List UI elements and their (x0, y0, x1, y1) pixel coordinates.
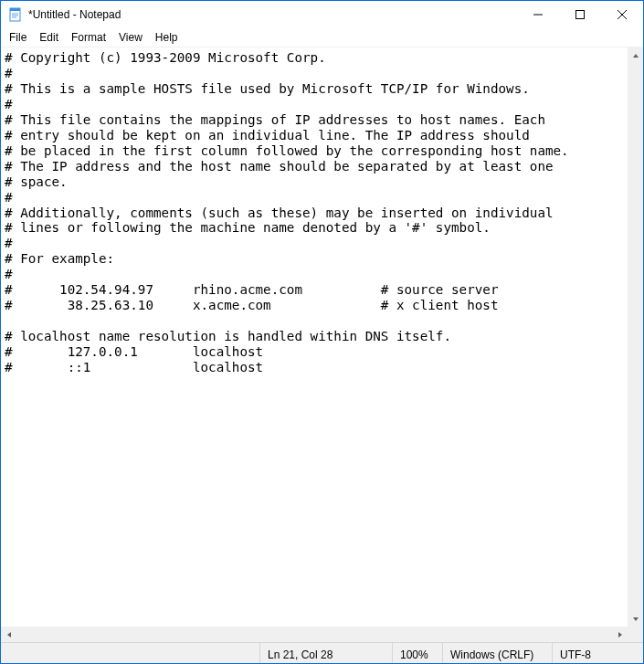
svg-rect-1 (10, 8, 20, 11)
scroll-right-button[interactable] (612, 627, 628, 642)
text-editor[interactable]: # Copyright (c) 1993-2009 Microsoft Corp… (1, 47, 628, 627)
menubar: File Edit Format View Help (1, 28, 643, 47)
vertical-scrollbar[interactable] (628, 47, 643, 627)
menu-edit[interactable]: Edit (33, 30, 65, 45)
menu-file[interactable]: File (3, 30, 33, 45)
close-button[interactable] (601, 1, 643, 28)
window-title: *Untitled - Notepad (28, 8, 517, 21)
menu-format[interactable]: Format (65, 30, 112, 45)
svg-rect-6 (576, 11, 585, 19)
horizontal-scroll-row (1, 627, 643, 642)
minimize-button[interactable] (517, 1, 559, 28)
horizontal-scroll-track[interactable] (16, 627, 612, 642)
status-eol: Windows (CRLF) (442, 643, 552, 663)
scroll-left-button[interactable] (1, 627, 16, 642)
horizontal-scrollbar[interactable] (1, 627, 628, 642)
status-spacer (1, 643, 259, 663)
status-lncol: Ln 21, Col 28 (259, 643, 392, 663)
menu-help[interactable]: Help (149, 30, 185, 45)
scroll-down-button[interactable] (628, 611, 643, 627)
scroll-corner (628, 627, 643, 642)
status-zoom: 100% (392, 643, 442, 663)
editor-area: # Copyright (c) 1993-2009 Microsoft Corp… (1, 47, 643, 627)
maximize-button[interactable] (559, 1, 601, 28)
status-encoding: UTF-8 (552, 643, 643, 663)
window-controls (517, 1, 643, 28)
titlebar[interactable]: *Untitled - Notepad (1, 1, 643, 28)
notepad-window: *Untitled - Notepad File Edit Format Vie… (0, 0, 644, 664)
vertical-scroll-track[interactable] (628, 63, 643, 611)
notepad-app-icon (8, 7, 23, 22)
scroll-up-button[interactable] (628, 47, 643, 63)
statusbar: Ln 21, Col 28 100% Windows (CRLF) UTF-8 (1, 642, 643, 663)
menu-view[interactable]: View (112, 30, 149, 45)
